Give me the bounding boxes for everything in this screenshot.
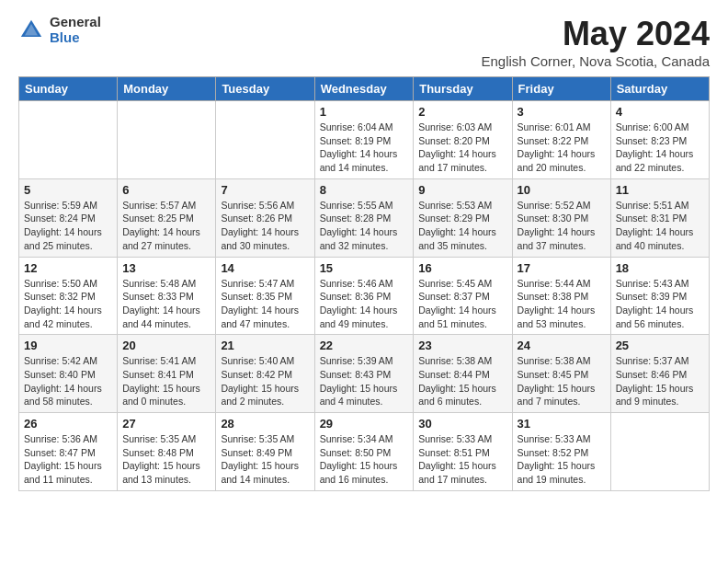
calendar-cell: 19Sunrise: 5:42 AM Sunset: 8:40 PM Dayli… (19, 335, 118, 413)
day-number: 6 (122, 183, 210, 197)
weekday-header: Saturday (610, 77, 709, 101)
day-number: 16 (418, 261, 506, 275)
day-info: Sunrise: 5:50 AM Sunset: 8:32 PM Dayligh… (24, 277, 112, 331)
day-info: Sunrise: 5:39 AM Sunset: 8:43 PM Dayligh… (320, 354, 409, 408)
day-info: Sunrise: 5:42 AM Sunset: 8:40 PM Dayligh… (24, 354, 112, 408)
calendar-cell: 30Sunrise: 5:33 AM Sunset: 8:51 PM Dayli… (414, 413, 512, 491)
calendar-cell: 15Sunrise: 5:46 AM Sunset: 8:36 PM Dayli… (314, 257, 414, 335)
day-info: Sunrise: 5:40 AM Sunset: 8:42 PM Dayligh… (221, 354, 309, 408)
calendar-cell: 22Sunrise: 5:39 AM Sunset: 8:43 PM Dayli… (314, 335, 414, 413)
calendar-cell: 5Sunrise: 5:59 AM Sunset: 8:24 PM Daylig… (19, 178, 118, 257)
day-info: Sunrise: 5:51 AM Sunset: 8:31 PM Dayligh… (616, 199, 704, 253)
page-header: General Blue May 2024 English Corner, No… (18, 15, 710, 69)
calendar: SundayMondayTuesdayWednesdayThursdayFrid… (18, 76, 710, 491)
day-info: Sunrise: 5:46 AM Sunset: 8:36 PM Dayligh… (320, 277, 409, 331)
day-number: 14 (221, 261, 309, 275)
day-info: Sunrise: 5:34 AM Sunset: 8:50 PM Dayligh… (320, 432, 409, 487)
calendar-cell: 31Sunrise: 5:33 AM Sunset: 8:52 PM Dayli… (512, 413, 610, 491)
day-number: 4 (616, 105, 704, 119)
calendar-cell: 13Sunrise: 5:48 AM Sunset: 8:33 PM Dayli… (118, 257, 216, 335)
calendar-cell: 18Sunrise: 5:43 AM Sunset: 8:39 PM Dayli… (610, 257, 709, 335)
weekday-header: Sunday (19, 77, 118, 101)
calendar-cell: 23Sunrise: 5:38 AM Sunset: 8:44 PM Dayli… (414, 335, 512, 413)
calendar-cell: 8Sunrise: 5:55 AM Sunset: 8:28 PM Daylig… (314, 178, 414, 257)
calendar-cell: 26Sunrise: 5:36 AM Sunset: 8:47 PM Dayli… (19, 413, 118, 491)
day-number: 1 (320, 105, 409, 119)
calendar-cell: 20Sunrise: 5:41 AM Sunset: 8:41 PM Dayli… (118, 335, 216, 413)
calendar-cell: 4Sunrise: 6:00 AM Sunset: 8:23 PM Daylig… (610, 101, 709, 179)
calendar-cell (19, 101, 118, 179)
calendar-week-row: 26Sunrise: 5:36 AM Sunset: 8:47 PM Dayli… (19, 413, 710, 491)
day-info: Sunrise: 5:44 AM Sunset: 8:38 PM Dayligh… (518, 277, 606, 331)
day-info: Sunrise: 5:35 AM Sunset: 8:49 PM Dayligh… (221, 432, 309, 487)
day-info: Sunrise: 5:59 AM Sunset: 8:24 PM Dayligh… (24, 199, 112, 253)
logo-icon (18, 17, 44, 43)
day-number: 18 (616, 261, 704, 275)
logo-blue: Blue (50, 30, 101, 46)
day-info: Sunrise: 5:41 AM Sunset: 8:41 PM Dayligh… (122, 354, 210, 408)
day-info: Sunrise: 5:37 AM Sunset: 8:46 PM Dayligh… (616, 354, 704, 408)
day-info: Sunrise: 5:33 AM Sunset: 8:52 PM Dayligh… (518, 432, 606, 487)
day-number: 5 (24, 183, 112, 197)
day-info: Sunrise: 6:00 AM Sunset: 8:23 PM Dayligh… (616, 121, 704, 175)
calendar-cell: 10Sunrise: 5:52 AM Sunset: 8:30 PM Dayli… (512, 178, 610, 257)
day-number: 3 (518, 105, 606, 119)
day-info: Sunrise: 6:04 AM Sunset: 8:19 PM Dayligh… (320, 121, 409, 175)
day-info: Sunrise: 5:47 AM Sunset: 8:35 PM Dayligh… (221, 277, 309, 331)
day-info: Sunrise: 5:45 AM Sunset: 8:37 PM Dayligh… (418, 277, 506, 331)
day-number: 17 (518, 261, 606, 275)
title-area: May 2024 English Corner, Nova Scotia, Ca… (482, 15, 710, 69)
calendar-cell: 21Sunrise: 5:40 AM Sunset: 8:42 PM Dayli… (216, 335, 314, 413)
day-info: Sunrise: 5:55 AM Sunset: 8:28 PM Dayligh… (320, 199, 409, 253)
calendar-cell: 24Sunrise: 5:38 AM Sunset: 8:45 PM Dayli… (512, 335, 610, 413)
weekday-header: Friday (512, 77, 610, 101)
day-number: 19 (24, 339, 112, 352)
weekday-header: Monday (118, 77, 216, 101)
day-info: Sunrise: 5:48 AM Sunset: 8:33 PM Dayligh… (122, 277, 210, 331)
calendar-week-row: 19Sunrise: 5:42 AM Sunset: 8:40 PM Dayli… (19, 335, 710, 413)
day-info: Sunrise: 5:36 AM Sunset: 8:47 PM Dayligh… (24, 432, 112, 487)
calendar-cell: 11Sunrise: 5:51 AM Sunset: 8:31 PM Dayli… (610, 178, 709, 257)
day-number: 29 (320, 417, 409, 431)
logo-text: General Blue (50, 15, 101, 45)
day-number: 28 (221, 417, 309, 431)
calendar-week-row: 5Sunrise: 5:59 AM Sunset: 8:24 PM Daylig… (19, 178, 710, 257)
calendar-cell (216, 101, 314, 179)
logo: General Blue (18, 15, 101, 45)
day-number: 26 (24, 417, 112, 431)
calendar-cell: 28Sunrise: 5:35 AM Sunset: 8:49 PM Dayli… (216, 413, 314, 491)
day-info: Sunrise: 6:01 AM Sunset: 8:22 PM Dayligh… (518, 121, 606, 175)
day-info: Sunrise: 5:52 AM Sunset: 8:30 PM Dayligh… (518, 199, 606, 253)
day-number: 22 (320, 339, 409, 352)
calendar-cell: 2Sunrise: 6:03 AM Sunset: 8:20 PM Daylig… (414, 101, 512, 179)
day-number: 25 (616, 339, 704, 352)
calendar-cell (610, 413, 709, 491)
day-number: 9 (418, 183, 506, 197)
day-number: 30 (418, 417, 506, 431)
day-number: 23 (418, 339, 506, 352)
weekday-header: Wednesday (314, 77, 414, 101)
weekday-header-row: SundayMondayTuesdayWednesdayThursdayFrid… (19, 77, 710, 101)
day-number: 8 (320, 183, 409, 197)
day-info: Sunrise: 5:38 AM Sunset: 8:44 PM Dayligh… (418, 354, 506, 408)
day-info: Sunrise: 5:57 AM Sunset: 8:25 PM Dayligh… (122, 199, 210, 253)
day-number: 2 (418, 105, 506, 119)
calendar-cell (118, 101, 216, 179)
calendar-cell: 29Sunrise: 5:34 AM Sunset: 8:50 PM Dayli… (314, 413, 414, 491)
calendar-cell: 17Sunrise: 5:44 AM Sunset: 8:38 PM Dayli… (512, 257, 610, 335)
day-info: Sunrise: 5:56 AM Sunset: 8:26 PM Dayligh… (221, 199, 309, 253)
day-number: 11 (616, 183, 704, 197)
day-info: Sunrise: 5:38 AM Sunset: 8:45 PM Dayligh… (518, 354, 606, 408)
day-number: 31 (518, 417, 606, 431)
day-info: Sunrise: 5:35 AM Sunset: 8:48 PM Dayligh… (122, 432, 210, 487)
day-number: 20 (122, 339, 210, 352)
day-info: Sunrise: 5:33 AM Sunset: 8:51 PM Dayligh… (418, 432, 506, 487)
title-location: English Corner, Nova Scotia, Canada (482, 53, 710, 69)
day-number: 24 (518, 339, 606, 352)
day-number: 15 (320, 261, 409, 275)
weekday-header: Thursday (414, 77, 512, 101)
day-number: 27 (122, 417, 210, 431)
calendar-week-row: 1Sunrise: 6:04 AM Sunset: 8:19 PM Daylig… (19, 101, 710, 179)
logo-general: General (50, 15, 101, 30)
calendar-week-row: 12Sunrise: 5:50 AM Sunset: 8:32 PM Dayli… (19, 257, 710, 335)
